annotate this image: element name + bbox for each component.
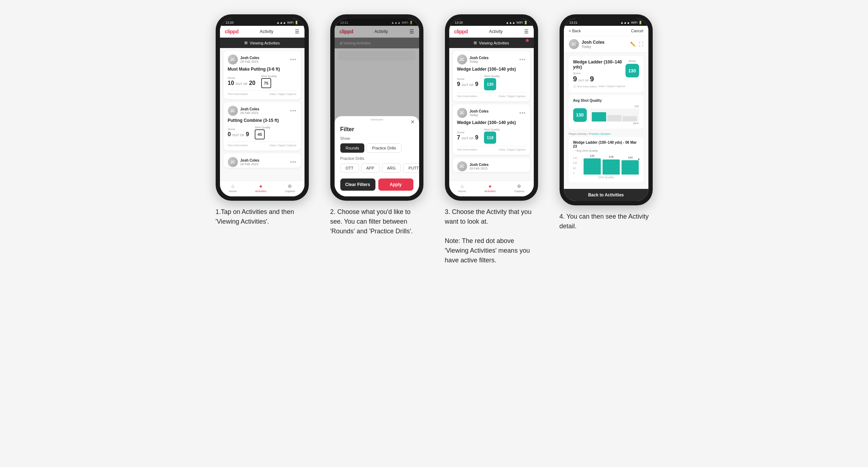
phone-col-3: 13:20 ▲▲▲ WiFi 🔋 clippd Activity ☰ ⊞ [440, 14, 543, 265]
phone-col-2: 13:21 ▲▲▲ WiFi 🔋 clippd Activity ☰ ⊞ [325, 14, 429, 236]
capture-icon-3: ⊕ [517, 183, 521, 189]
arg-btn[interactable]: ARG [382, 163, 401, 173]
shot-quality-hex-1-2: 45 [255, 129, 265, 139]
phone-2: 13:21 ▲▲▲ WiFi 🔋 clippd Activity ☰ ⊞ [330, 14, 423, 201]
viewing-banner-1[interactable]: ⊞ Viewing Activities [220, 38, 304, 48]
shot-quality-hex-1-1: 75 [261, 78, 271, 88]
modal-handle[interactable] [370, 119, 383, 120]
activities-icon-3: ♠ [489, 183, 491, 189]
show-label: Show [340, 136, 413, 140]
nav-home-1[interactable]: ⌂ Home [229, 183, 236, 193]
modal-close-btn[interactable]: ✕ [411, 119, 415, 125]
back-to-activities-btn[interactable]: Back to Activities [564, 189, 648, 201]
session-label: Player Activity • Practice Session [569, 132, 643, 137]
nav-home-3[interactable]: ⌂ Home [458, 183, 466, 193]
activities-icon: ♠ [259, 183, 262, 189]
signal-icon: ▲▲▲ [277, 21, 286, 24]
app-logo-3: clippd [454, 29, 468, 34]
edit-icon[interactable]: ✏️ [630, 42, 636, 47]
bottom-nav-1: ⌂ Home ♠ Activities ⊕ Capture [220, 181, 304, 196]
hamburger-icon-1[interactable]: ☰ [295, 29, 299, 34]
putt-btn[interactable]: PUTT [403, 163, 419, 173]
chart-bar-1: 132 [584, 158, 601, 175]
phone-col-1: 13:20 ▲▲▲ WiFi 🔋 clippd Activity ☰ ⊞ [210, 14, 314, 227]
home-icon: ⌂ [231, 183, 234, 189]
nav-activities-1[interactable]: ♠ Activities [255, 183, 267, 193]
clear-filters-btn[interactable]: Clear Filters [340, 178, 375, 191]
app-logo-1: clippd [225, 29, 239, 34]
activity-scroll-3: JC Josh Coles Today ••• Wedge Ladder (10… [449, 48, 534, 181]
activity-card-1-2[interactable]: JC Josh Coles 28 Feb 2023 ••• Putting Co… [224, 102, 301, 151]
activity-card-1-1[interactable]: JC Josh Coles 28 Feb 2023 ••• Must Make … [224, 51, 301, 99]
avatar-1-1: JC [228, 54, 238, 65]
avatar-1-2: JC [228, 106, 238, 116]
capture-icon: ⊕ [288, 183, 292, 189]
shot-quality-4: 130 [625, 64, 639, 77]
phone-1-inner: 13:20 ▲▲▲ WiFi 🔋 clippd Activity ☰ ⊞ [220, 19, 304, 196]
bar-3 [623, 116, 637, 121]
avatar-3-1: JC [457, 54, 467, 65]
practice-drills-btn[interactable]: Practice Drills [366, 143, 401, 153]
banner-text-1: Viewing Activities [250, 41, 280, 45]
drill-types-row: OTT APP ARG PUTT [340, 163, 413, 173]
detail-user-row-4: JC Josh Coles Today ✏️ ⛶ [564, 36, 648, 52]
rounds-btn[interactable]: Rounds [340, 143, 365, 153]
hamburger-icon-3[interactable]: ☰ [524, 29, 529, 34]
bottom-nav-3: ⌂ Home ♠ Activities ⊕ Capture [449, 181, 534, 196]
activity-scroll-1: JC Josh Coles 28 Feb 2023 ••• Must Make … [220, 48, 304, 181]
card-title-1-2: Putting Combine (3-15 ft) [228, 118, 297, 123]
bar-2 [607, 115, 622, 121]
card-user-1-2: Josh Coles 28 Feb 2023 [240, 107, 259, 115]
filter-title: Filter [335, 123, 419, 133]
banner-text-3: Viewing Activities [479, 41, 509, 45]
app-title-3: Activity [489, 29, 503, 34]
time-1: 13:20 [226, 21, 234, 24]
activity-card-3-1[interactable]: JC Josh Coles Today ••• Wedge Ladder (10… [453, 51, 530, 101]
main-stats-card: Wedge Ladder (100–140 yds) Score 9 OUT O… [569, 56, 643, 92]
detail-header-4: < Back Cancel [564, 26, 648, 36]
app-btn[interactable]: APP [361, 163, 380, 173]
expand-icon[interactable]: ⛶ [639, 42, 643, 47]
phone-4: 13:21 ▲▲▲ WiFi 🔋 < Back Cancel JC [560, 14, 653, 205]
card-footer-1-1: Test Information Data: Clippd Capture [228, 90, 297, 96]
card-dots-1-2[interactable]: ••• [290, 108, 297, 114]
phone-2-inner: 13:21 ▲▲▲ WiFi 🔋 clippd Activity ☰ ⊞ [335, 19, 419, 196]
viewing-banner-3[interactable]: ⊞ Viewing Activities [449, 38, 534, 48]
avatar-4: JC [569, 39, 579, 49]
card-stats-1-2: Score 0 OUT OF 9 Shot Quality 4 [228, 126, 297, 139]
activity-card-1-3: JC Josh Coles 28 Feb 2023 ••• [224, 153, 301, 168]
app-title-1: Activity [260, 29, 273, 34]
card-footer-1-2: Test Information Data: Clippd Capture [228, 142, 297, 147]
show-btn-row: Rounds Practice Drills [340, 143, 413, 153]
card-user-1-1: Josh Coles 28 Feb 2023 [240, 56, 259, 63]
red-dot-3 [526, 39, 529, 42]
sub-chart-card: Wedge Ladder (100–140 yds) - 06 Mar 23 →… [569, 137, 643, 182]
avatar-1-3: JC [228, 157, 238, 167]
nav-capture-3[interactable]: ⊕ Capture [514, 183, 524, 193]
activity-card-3-2[interactable]: JC Josh Coles Today ••• Wedge Ladder (10… [453, 104, 530, 155]
app-header-3: clippd Activity ☰ [449, 26, 534, 38]
modal-actions: Clear Filters Apply [335, 173, 419, 191]
phones-row: 13:20 ▲▲▲ WiFi 🔋 clippd Activity ☰ ⊞ [210, 14, 658, 265]
status-icons-1: ▲▲▲ WiFi 🔋 [277, 21, 299, 24]
time-3: 13:20 [455, 21, 463, 24]
phone-3: 13:20 ▲▲▲ WiFi 🔋 clippd Activity ☰ ⊞ [445, 14, 538, 201]
card-stats-1-1: Score 10 OUT OF 20 Shot Quality [228, 75, 297, 88]
nav-activities-3[interactable]: ♠ Activities [484, 183, 496, 193]
card-title-1-1: Must Make Putting (3-6 ft) [228, 67, 297, 72]
home-icon-3: ⌂ [461, 183, 464, 189]
phone-3-inner: 13:20 ▲▲▲ WiFi 🔋 clippd Activity ☰ ⊞ [449, 19, 534, 196]
chart-bar-3: 124 [622, 160, 639, 175]
ott-btn[interactable]: OTT [340, 163, 359, 173]
nav-capture-1[interactable]: ⊕ Capture [285, 183, 295, 193]
show-section: Show Rounds Practice Drills [335, 133, 419, 153]
caption-4: 4. You can then see the Activity detail. [560, 212, 653, 231]
back-btn-4[interactable]: < Back [569, 29, 581, 33]
detail-action-icons: ✏️ ⛶ [630, 42, 643, 47]
card-dots-1-1[interactable]: ••• [290, 57, 297, 62]
phone-col-4: 13:21 ▲▲▲ WiFi 🔋 < Back Cancel JC [554, 14, 658, 231]
time-4: 13:21 [570, 21, 578, 24]
practice-drills-section: Practice Drills OTT APP ARG PUTT [335, 153, 419, 173]
cancel-btn-4[interactable]: Cancel [631, 29, 643, 33]
apply-btn[interactable]: Apply [378, 178, 413, 191]
